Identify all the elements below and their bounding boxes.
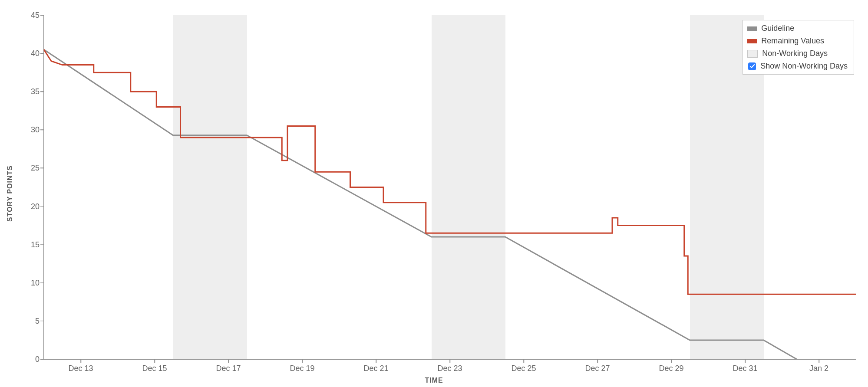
legend-swatch	[747, 50, 758, 58]
legend-label: Remaining Values	[761, 36, 824, 46]
x-tick-mark	[228, 359, 229, 363]
y-tick-mark	[40, 15, 44, 16]
plot-area: 051015202530354045Dec 13Dec 15Dec 17Dec …	[43, 15, 856, 360]
y-tick-label: 5	[35, 316, 40, 325]
remaining-series	[44, 49, 856, 294]
x-tick-label: Dec 25	[511, 364, 536, 373]
y-tick-mark	[40, 168, 44, 169]
y-tick-label: 20	[31, 202, 40, 211]
legend-item-guideline[interactable]: Guideline	[743, 22, 854, 35]
y-tick-mark	[40, 53, 44, 54]
x-tick-label: Dec 27	[585, 364, 610, 373]
y-tick-label: 10	[31, 278, 40, 287]
x-tick-label: Dec 29	[659, 364, 683, 373]
legend-item-remaining[interactable]: Remaining Values	[743, 35, 854, 47]
x-tick-mark	[302, 359, 303, 363]
y-tick-label: 25	[31, 164, 40, 173]
chart-svg	[44, 15, 856, 359]
y-tick-mark	[40, 282, 44, 283]
x-tick-mark	[597, 359, 598, 363]
y-tick-label: 45	[31, 11, 40, 20]
x-tick-label: Dec 13	[68, 364, 93, 373]
legend-toggle-label: Show Non-Working Days	[760, 62, 848, 71]
x-tick-mark	[154, 359, 155, 363]
y-tick-mark	[40, 206, 44, 207]
legend-item-nonworking[interactable]: Non-Working Days	[743, 47, 854, 60]
y-tick-mark	[40, 91, 44, 92]
x-tick-mark	[745, 359, 746, 363]
x-tick-label: Dec 19	[290, 364, 314, 373]
legend-swatch	[747, 26, 757, 31]
legend: Guideline Remaining Values Non-Working D…	[743, 20, 854, 75]
y-tick-mark	[40, 244, 44, 245]
legend-toggle-nonworking[interactable]: Show Non-Working Days	[743, 60, 854, 72]
checkbox-checked-icon[interactable]	[748, 62, 756, 70]
legend-swatch	[747, 39, 757, 43]
x-tick-mark	[80, 359, 81, 363]
x-tick-mark	[449, 359, 450, 363]
y-tick-label: 35	[31, 87, 40, 96]
burndown-chart: STORY POINTS TIME 051015202530354045Dec …	[0, 0, 868, 387]
y-tick-label: 40	[31, 49, 40, 58]
y-tick-label: 15	[31, 240, 40, 249]
x-tick-mark	[818, 359, 819, 363]
x-tick-label: Jan 2	[809, 364, 828, 373]
x-tick-label: Dec 23	[437, 364, 462, 373]
x-tick-label: Dec 15	[142, 364, 167, 373]
y-tick-mark	[40, 130, 44, 131]
legend-label: Guideline	[761, 24, 794, 33]
x-axis-title: TIME	[425, 377, 443, 384]
x-tick-mark	[671, 359, 672, 363]
y-tick-label: 0	[35, 355, 40, 364]
x-tick-mark	[523, 359, 524, 363]
x-tick-mark	[376, 359, 376, 363]
x-tick-label: Dec 21	[363, 364, 388, 373]
y-tick-label: 30	[31, 125, 40, 134]
y-axis-title: STORY POINTS	[6, 165, 14, 222]
y-tick-mark	[40, 321, 44, 321]
x-tick-label: Dec 31	[733, 364, 757, 373]
y-tick-mark	[40, 359, 44, 360]
x-tick-label: Dec 17	[216, 364, 241, 373]
legend-label: Non-Working Days	[762, 49, 828, 58]
